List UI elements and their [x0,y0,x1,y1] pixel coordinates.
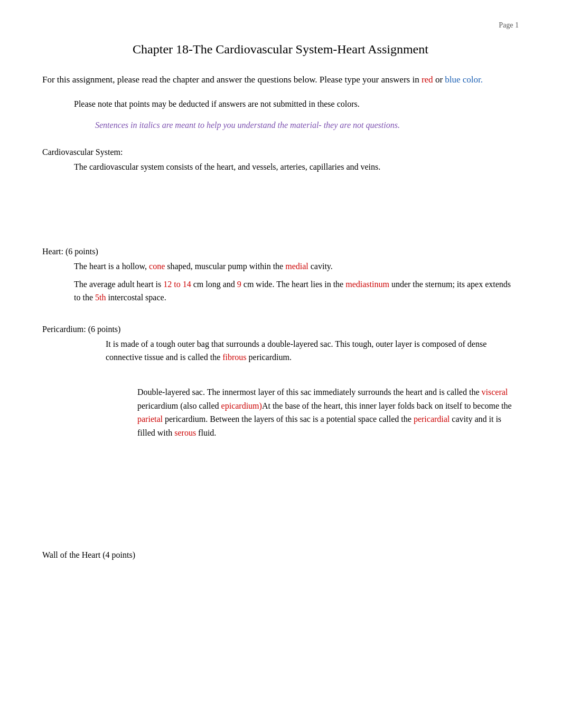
chapter-title: Chapter 18-The Cardiovascular System-Hea… [42,42,519,57]
heart-l2-mid2: cm wide. The heart lies in the [241,280,345,289]
peri-l2-red5: serous [174,428,196,437]
heart-l1-red1: cone [149,262,165,271]
intro-text-before: For this assignment, please read the cha… [42,75,422,85]
spacer-1 [42,178,519,242]
page-number: Page 1 [499,21,519,30]
peri-l2-red2: epicardium) [221,401,262,410]
heart-heading: Heart: (6 points) [42,247,519,256]
peri-l2-red1: visceral [482,388,508,397]
heart-l1-before: The heart is a hollow, [74,262,149,271]
peri-l2-mid1: pericardium (also called [137,401,221,410]
heart-line1: The heart is a hollow, cone shaped, musc… [74,260,519,273]
heart-l1-mid: shaped, muscular pump within the [165,262,285,271]
cardiovascular-body: The cardiovascular system consists of th… [74,160,519,174]
peri-l2-before: Double-layered sac. The innermost layer … [137,388,482,397]
wall-heading: Wall of the Heart (4 points) [42,550,519,560]
spacer-3 [42,375,519,385]
peri-l2-mid2: At the base of the heart, this inner lay… [262,401,512,410]
heart-l1-after: cavity. [308,262,333,271]
spacer-4 [42,450,519,545]
note-paragraph: Please note that points may be deducted … [74,97,519,111]
intro-red: red [422,75,433,85]
peri-l1-before: It is made of a tough outer bag that sur… [106,339,487,362]
peri-l2-mid3: pericardium. Between the layers of this … [163,414,414,423]
heart-line2: The average adult heart is 12 to 14 cm l… [74,278,519,305]
cardiovascular-heading: Cardiovascular System: [42,148,519,157]
heart-l2-red4: 5th [95,293,106,302]
peri-l1-red: fibrous [222,353,246,362]
heart-l2-red1: 12 to 14 [163,280,191,289]
intro-blue: blue color. [445,75,483,85]
intro-paragraph: For this assignment, please read the cha… [42,72,519,87]
heart-l2-after: intercostal space. [106,293,166,302]
heart-l1-red2: medial [285,262,308,271]
spacer-2 [42,309,519,319]
heart-l2-mid1: cm long and [191,280,237,289]
page: Page 1 Chapter 18-The Cardiovascular Sys… [0,0,561,728]
intro-text-middle: or [433,75,445,85]
pericardium-heading: Pericardium: (6 points) [42,325,519,334]
peri-l2-red4: pericardial [414,414,450,423]
heart-l2-red3: mediastinum [345,280,389,289]
peri-l2-after: fluid. [196,428,216,437]
pericardium-line2: Double-layered sac. The innermost layer … [137,385,519,439]
heart-l2-before: The average adult heart is [74,280,163,289]
peri-l2-red3: parietal [137,414,163,423]
pericardium-line1: It is made of a tough outer bag that sur… [106,337,519,364]
heart-l2-red2: 9 [237,280,241,289]
peri-l1-after: pericardium. [247,353,292,362]
italic-note: Sentences in italics are meant to help y… [95,118,519,132]
